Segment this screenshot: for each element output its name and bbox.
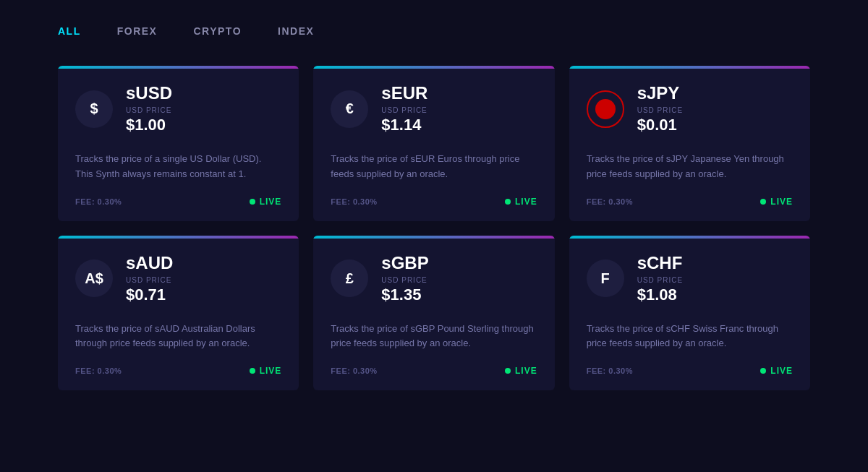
usd-price-value-saud: $0.71	[126, 286, 173, 304]
card-footer-susd: FEE: 0.30% LIVE	[75, 197, 281, 207]
live-dot-schf	[760, 368, 766, 374]
nav-tab-index[interactable]: INDEX	[278, 22, 314, 40]
card-title-group-schf: sCHF USD PRICE $1.08	[637, 253, 683, 304]
usd-price-value-sjpy: $0.01	[637, 116, 683, 134]
jpy-icon	[587, 90, 624, 128]
card-seur[interactable]: € sEUR USD PRICE $1.14 Tracks the price …	[313, 66, 554, 221]
usd-price-label-sgbp: USD PRICE	[381, 276, 428, 284]
currency-icon-susd: $	[75, 90, 113, 128]
card-description-saud: Tracks the price of sAUD Australian Doll…	[75, 322, 281, 352]
nav-tab-forex[interactable]: FOREX	[117, 22, 158, 40]
card-title-group-sgbp: sGBP USD PRICE $1.35	[381, 253, 428, 304]
live-dot-saud	[250, 368, 255, 374]
card-title-group-sjpy: sJPY USD PRICE $0.01	[637, 83, 683, 134]
usd-price-value-susd: $1.00	[126, 116, 172, 134]
card-susd[interactable]: $ sUSD USD PRICE $1.00 Tracks the price …	[58, 66, 299, 221]
card-saud[interactable]: A$ sAUD USD PRICE $0.71 Tracks the price…	[58, 236, 299, 391]
card-schf[interactable]: F sCHF USD PRICE $1.08 Tracks the price …	[569, 236, 810, 391]
card-symbol-susd: sUSD	[126, 83, 172, 103]
card-title-group-susd: sUSD USD PRICE $1.00	[126, 83, 172, 134]
live-badge-sgbp: LIVE	[505, 366, 537, 376]
card-header-schf: F sCHF USD PRICE $1.08	[587, 253, 793, 304]
usd-price-value-seur: $1.14	[381, 116, 427, 134]
currency-icon-seur: €	[331, 90, 368, 128]
live-badge-susd: LIVE	[250, 197, 282, 207]
card-title-group-seur: sEUR USD PRICE $1.14	[381, 83, 427, 134]
card-description-sgbp: Tracks the price of sGBP Pound Sterling …	[331, 322, 537, 352]
card-header-saud: A$ sAUD USD PRICE $0.71	[75, 253, 281, 304]
nav-tabs: ALLFOREXCRYPTOINDEX	[58, 14, 810, 40]
nav-tab-all[interactable]: ALL	[58, 22, 81, 40]
card-title-group-saud: sAUD USD PRICE $0.71	[126, 253, 173, 304]
live-badge-sjpy: LIVE	[760, 197, 793, 207]
currency-icon-sgbp: £	[331, 259, 368, 297]
fee-label-seur: FEE: 0.30%	[331, 197, 377, 206]
live-dot-sjpy	[760, 199, 766, 205]
usd-price-value-schf: $1.08	[637, 286, 683, 304]
live-badge-schf: LIVE	[760, 366, 793, 376]
currency-icon-schf: F	[587, 259, 624, 297]
usd-price-label-sjpy: USD PRICE	[637, 106, 683, 114]
fee-label-schf: FEE: 0.30%	[587, 366, 633, 375]
card-description-sjpy: Tracks the price of sJPY Japanese Yen th…	[587, 152, 793, 182]
live-dot-sgbp	[505, 368, 511, 374]
card-symbol-saud: sAUD	[126, 253, 173, 273]
usd-price-label-saud: USD PRICE	[126, 276, 173, 284]
card-symbol-sjpy: sJPY	[637, 83, 683, 103]
card-footer-schf: FEE: 0.30% LIVE	[587, 366, 793, 376]
fee-label-sgbp: FEE: 0.30%	[331, 366, 377, 375]
card-footer-sjpy: FEE: 0.30% LIVE	[587, 197, 793, 207]
usd-price-label-schf: USD PRICE	[637, 276, 683, 284]
card-header-susd: $ sUSD USD PRICE $1.00	[75, 83, 281, 134]
currency-icon-saud: A$	[75, 259, 113, 297]
card-symbol-schf: sCHF	[637, 253, 683, 273]
jpy-circle	[595, 99, 616, 119]
live-badge-seur: LIVE	[505, 197, 537, 207]
live-dot-seur	[505, 199, 511, 205]
usd-price-value-sgbp: $1.35	[381, 286, 428, 304]
card-description-schf: Tracks the price of sCHF Swiss Franc thr…	[587, 322, 793, 352]
card-footer-sgbp: FEE: 0.30% LIVE	[331, 366, 537, 376]
card-header-seur: € sEUR USD PRICE $1.14	[331, 83, 537, 134]
fee-label-susd: FEE: 0.30%	[75, 197, 122, 206]
card-footer-seur: FEE: 0.30% LIVE	[331, 197, 537, 207]
fee-label-saud: FEE: 0.30%	[75, 366, 122, 375]
nav-tab-crypto[interactable]: CRYPTO	[193, 22, 242, 40]
live-dot-susd	[250, 199, 255, 205]
card-header-sgbp: £ sGBP USD PRICE $1.35	[331, 253, 537, 304]
card-symbol-sgbp: sGBP	[381, 253, 428, 273]
card-sjpy[interactable]: sJPY USD PRICE $0.01 Tracks the price of…	[569, 66, 810, 221]
usd-price-label-seur: USD PRICE	[381, 106, 427, 114]
usd-price-label-susd: USD PRICE	[126, 106, 172, 114]
card-symbol-seur: sEUR	[381, 83, 427, 103]
fee-label-sjpy: FEE: 0.30%	[587, 197, 633, 206]
cards-grid: $ sUSD USD PRICE $1.00 Tracks the price …	[58, 66, 810, 390]
card-footer-saud: FEE: 0.30% LIVE	[75, 366, 281, 376]
card-description-susd: Tracks the price of a single US Dollar (…	[75, 152, 281, 182]
card-description-seur: Tracks the price of sEUR Euros through p…	[331, 152, 537, 182]
live-badge-saud: LIVE	[250, 366, 282, 376]
card-header-sjpy: sJPY USD PRICE $0.01	[587, 83, 793, 134]
card-sgbp[interactable]: £ sGBP USD PRICE $1.35 Tracks the price …	[313, 236, 554, 391]
